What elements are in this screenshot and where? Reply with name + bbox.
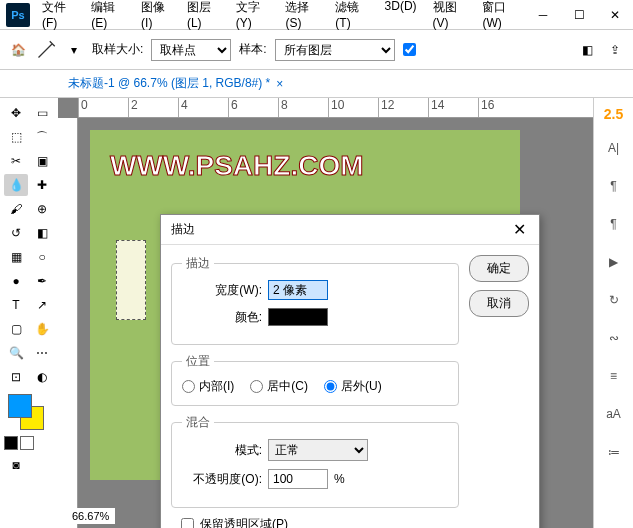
frame-tool[interactable]: ▣ <box>30 150 54 172</box>
selection-marquee <box>116 240 146 320</box>
sample-size-label: 取样大小: <box>92 41 143 58</box>
color-swatches[interactable] <box>4 394 44 434</box>
opacity-unit: % <box>334 472 345 486</box>
cancel-button[interactable]: 取消 <box>469 290 529 317</box>
ruler-horizontal: 0246810121416 <box>78 98 593 118</box>
type-tool[interactable]: T <box>4 294 28 316</box>
mode-label: 模式: <box>182 442 262 459</box>
swap-colors-icon[interactable] <box>20 436 34 450</box>
width-label: 宽度(W): <box>182 282 262 299</box>
clone-tool[interactable]: ⊕ <box>30 198 54 220</box>
extra-tool-1[interactable]: ⊡ <box>4 366 28 388</box>
minimize-button[interactable]: ─ <box>525 0 561 30</box>
opacity-label: 不透明度(O): <box>182 471 262 488</box>
menu-view[interactable]: 视图(V) <box>427 0 473 34</box>
link-icon[interactable]: ∾ <box>602 326 626 350</box>
dodge-tool[interactable]: ● <box>4 270 28 292</box>
crop-tool[interactable]: ✂ <box>4 150 28 172</box>
watermark-text: WWW.PSAHZ.COM <box>110 150 364 182</box>
marquee-tool[interactable]: ⬚ <box>4 126 28 148</box>
blur-tool[interactable]: ○ <box>30 246 54 268</box>
artboard-tool[interactable]: ▭ <box>30 102 54 124</box>
document-tab[interactable]: 未标题-1 @ 66.7% (图层 1, RGB/8#) * × <box>60 71 291 96</box>
width-input[interactable] <box>268 280 328 300</box>
tools-panel: ✥▭ ⬚⌒ ✂▣ 💧✚ 🖌⊕ ↺◧ ▦○ ●✒ T↗ ▢✋ 🔍⋯ ⊡◐ ◙ <box>0 98 58 528</box>
close-button[interactable]: ✕ <box>597 0 633 30</box>
gradient-tool[interactable]: ▦ <box>4 246 28 268</box>
dialog-close-button[interactable]: ✕ <box>509 220 529 240</box>
menu-type[interactable]: 文字(Y) <box>230 0 276 34</box>
position-group-label: 位置 <box>182 353 214 370</box>
position-inside-radio[interactable]: 内部(I) <box>182 378 234 395</box>
maximize-button[interactable]: ☐ <box>561 0 597 30</box>
share-icon[interactable]: ⇪ <box>605 40 625 60</box>
menu-file[interactable]: 文件(F) <box>36 0 81 34</box>
actions-panel-icon[interactable]: ▶ <box>602 250 626 274</box>
eraser-tool[interactable]: ◧ <box>30 222 54 244</box>
menu-edit[interactable]: 编辑(E) <box>85 0 131 34</box>
character-panel-icon[interactable]: A| <box>602 136 626 160</box>
position-outside-radio[interactable]: 居外(U) <box>324 378 382 395</box>
position-center-radio[interactable]: 居中(C) <box>250 378 308 395</box>
panel-icon[interactable]: ◧ <box>577 40 597 60</box>
menu-3d[interactable]: 3D(D) <box>379 0 423 34</box>
hand-tool[interactable]: ✋ <box>30 318 54 340</box>
lasso-tool[interactable]: ⌒ <box>30 126 54 148</box>
dialog-title: 描边 <box>171 221 195 238</box>
sample-size-select[interactable]: 取样点 <box>151 39 231 61</box>
zoom-tool[interactable]: 🔍 <box>4 342 28 364</box>
foreground-color[interactable] <box>8 394 32 418</box>
brush-tool[interactable]: 🖌 <box>4 198 28 220</box>
sample-select[interactable]: 所有图层 <box>275 39 395 61</box>
glyphs-panel-icon[interactable]: ¶ <box>602 212 626 236</box>
ok-button[interactable]: 确定 <box>469 255 529 282</box>
default-colors-icon[interactable] <box>4 436 18 450</box>
close-icon[interactable]: × <box>276 77 283 91</box>
brush-size-badge: 2.5 <box>604 106 623 122</box>
home-icon[interactable]: 🏠 <box>8 40 28 60</box>
move-tool[interactable]: ✥ <box>4 102 28 124</box>
extra-tool-2[interactable]: ◐ <box>30 366 54 388</box>
menu-window[interactable]: 窗口(W) <box>476 0 525 34</box>
opacity-input[interactable] <box>268 469 328 489</box>
sample-label: 样本: <box>239 41 266 58</box>
stroke-color-swatch[interactable] <box>268 308 328 326</box>
refresh-icon[interactable]: ↻ <box>602 288 626 312</box>
menu-layer[interactable]: 图层(L) <box>181 0 226 34</box>
blend-group-label: 混合 <box>182 414 214 431</box>
stroke-dialog: 描边 ✕ 描边 宽度(W): 颜色: 位置 内部(I) 居中(C) <box>160 214 540 528</box>
paragraph-panel-icon[interactable]: ¶ <box>602 174 626 198</box>
document-tab-title: 未标题-1 @ 66.7% (图层 1, RGB/8#) * <box>68 75 270 92</box>
preserve-transparency-checkbox[interactable] <box>181 518 194 528</box>
menu-filter[interactable]: 滤镜(T) <box>329 0 374 34</box>
options-bar: 🏠 ▾ 取样大小: 取样点 样本: 所有图层 ◧ ⇪ <box>0 30 633 70</box>
list-icon[interactable]: ≡ <box>602 364 626 388</box>
blend-mode-select[interactable]: 正常 <box>268 439 368 461</box>
ruler-vertical <box>58 118 78 528</box>
history-brush-tool[interactable]: ↺ <box>4 222 28 244</box>
options-panel-icon[interactable]: ≔ <box>602 440 626 464</box>
edit-toolbar[interactable]: ⋯ <box>30 342 54 364</box>
preserve-transparency-label: 保留透明区域(P) <box>200 516 288 528</box>
chevron-down-icon[interactable]: ▾ <box>64 40 84 60</box>
menu-select[interactable]: 选择(S) <box>279 0 325 34</box>
menu-image[interactable]: 图像(I) <box>135 0 177 34</box>
stroke-group-label: 描边 <box>182 255 214 272</box>
pen-tool[interactable]: ✒ <box>30 270 54 292</box>
type-panel-icon[interactable]: aA <box>602 402 626 426</box>
path-tool[interactable]: ↗ <box>30 294 54 316</box>
shape-tool[interactable]: ▢ <box>4 318 28 340</box>
quickmask-tool[interactable]: ◙ <box>4 454 28 476</box>
show-sampling-ring-checkbox[interactable] <box>403 43 416 56</box>
healing-tool[interactable]: ✚ <box>30 174 54 196</box>
color-label: 颜色: <box>182 309 262 326</box>
app-logo: Ps <box>6 3 30 27</box>
zoom-status[interactable]: 66.67% <box>66 508 115 524</box>
right-panel: 2.5 A| ¶ ¶ ▶ ↻ ∾ ≡ aA ≔ <box>593 98 633 528</box>
main-menu: 文件(F) 编辑(E) 图像(I) 图层(L) 文字(Y) 选择(S) 滤镜(T… <box>36 0 525 34</box>
eyedropper-tool[interactable]: 💧 <box>4 174 28 196</box>
eyedropper-icon[interactable] <box>36 40 56 60</box>
